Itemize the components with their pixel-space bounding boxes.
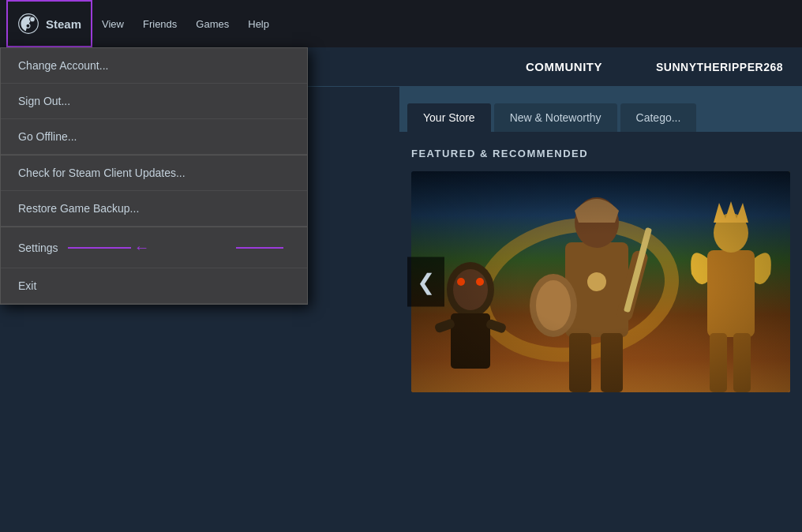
friends-menu[interactable]: Friends bbox=[133, 0, 186, 47]
featured-game-image bbox=[411, 171, 790, 392]
featured-section: FEATURED & RECOMMENDED bbox=[399, 132, 802, 403]
community-nav[interactable]: COMMUNITY bbox=[523, 54, 605, 80]
view-menu[interactable]: View bbox=[92, 0, 133, 47]
featured-image-wrapper: ❮ bbox=[411, 171, 790, 392]
tab-categories[interactable]: Catego... bbox=[620, 103, 697, 132]
change-account-item[interactable]: Change Account... bbox=[1, 48, 307, 84]
game-art-bg bbox=[411, 171, 790, 392]
go-offline-item[interactable]: Go Offline... bbox=[1, 119, 307, 155]
username-nav[interactable]: SUNNYTHERIPPER268 bbox=[653, 54, 786, 80]
svg-point-2 bbox=[26, 24, 30, 28]
sign-out-item[interactable]: Sign Out... bbox=[1, 84, 307, 119]
help-menu[interactable]: Help bbox=[238, 0, 279, 47]
steam-dropdown: Change Account... Sign Out... Go Offline… bbox=[0, 47, 308, 305]
exit-item[interactable]: Exit bbox=[1, 268, 307, 304]
right-panel: Your Store New & Noteworthy Catego... FE… bbox=[399, 87, 802, 532]
store-tabs: Your Store New & Noteworthy Catego... bbox=[399, 87, 802, 132]
games-menu[interactable]: Games bbox=[186, 0, 238, 47]
steam-label: Steam bbox=[46, 17, 81, 31]
settings-item[interactable]: Settings ← bbox=[1, 227, 307, 268]
tab-your-store[interactable]: Your Store bbox=[407, 103, 491, 132]
tab-new-noteworthy[interactable]: New & Noteworthy bbox=[494, 103, 617, 132]
featured-title: FEATURED & RECOMMENDED bbox=[411, 148, 790, 159]
restore-backup-item[interactable]: Restore Game Backup... bbox=[1, 191, 307, 227]
menu-bar: Steam View Friends Games Help bbox=[0, 0, 802, 47]
steam-menu[interactable]: Steam bbox=[6, 0, 92, 47]
prev-arrow-button[interactable]: ❮ bbox=[407, 257, 444, 307]
svg-point-1 bbox=[30, 17, 35, 22]
art-overlay bbox=[411, 171, 790, 392]
steam-logo-icon bbox=[17, 13, 39, 35]
check-updates-item[interactable]: Check for Steam Client Updates... bbox=[1, 155, 307, 191]
